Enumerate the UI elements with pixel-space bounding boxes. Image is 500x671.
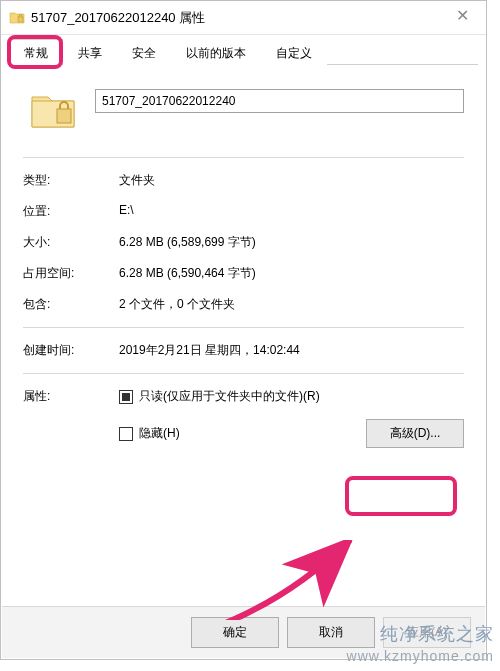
size-on-disk-value: 6.28 MB (6,590,464 字节) xyxy=(119,265,464,282)
type-label: 类型: xyxy=(23,172,119,189)
tab-share[interactable]: 共享 xyxy=(63,39,117,65)
ok-button[interactable]: 确定 xyxy=(191,617,279,648)
folder-name-input[interactable] xyxy=(95,89,464,113)
contains-label: 包含: xyxy=(23,296,119,313)
tab-security[interactable]: 安全 xyxy=(117,39,171,65)
apply-button[interactable]: 应用(A) xyxy=(383,617,471,648)
readonly-checkbox[interactable] xyxy=(119,390,133,404)
folder-large-icon xyxy=(29,87,77,135)
hidden-label: 隐藏(H) xyxy=(139,425,180,442)
window-title: 51707_20170622012240 属性 xyxy=(31,9,442,27)
attributes-label: 属性: xyxy=(23,388,119,405)
type-value: 文件夹 xyxy=(119,172,464,189)
dialog-button-bar: 确定 取消 应用(A) xyxy=(2,606,485,658)
svg-rect-0 xyxy=(18,17,23,22)
annotation-highlight-advanced xyxy=(345,476,457,516)
close-button[interactable]: ✕ xyxy=(442,2,482,30)
advanced-button[interactable]: 高级(D)... xyxy=(366,419,464,448)
hidden-checkbox[interactable] xyxy=(119,427,133,441)
size-on-disk-label: 占用空间: xyxy=(23,265,119,282)
tab-previous-versions[interactable]: 以前的版本 xyxy=(171,39,261,65)
location-label: 位置: xyxy=(23,203,119,220)
svg-rect-1 xyxy=(57,109,71,123)
titlebar: 51707_20170622012240 属性 ✕ xyxy=(1,1,486,35)
properties-dialog: 51707_20170622012240 属性 ✕ 常规 共享 安全 以前的版本… xyxy=(0,0,487,660)
folder-lock-icon xyxy=(9,10,25,26)
created-label: 创建时间: xyxy=(23,342,119,359)
tab-strip: 常规 共享 安全 以前的版本 自定义 xyxy=(1,35,486,65)
location-value: E:\ xyxy=(119,203,464,220)
cancel-button[interactable]: 取消 xyxy=(287,617,375,648)
tab-custom[interactable]: 自定义 xyxy=(261,39,327,65)
tab-content: 类型:文件夹 位置:E:\ 大小:6.28 MB (6,589,699 字节) … xyxy=(1,65,486,472)
size-value: 6.28 MB (6,589,699 字节) xyxy=(119,234,464,251)
size-label: 大小: xyxy=(23,234,119,251)
created-value: 2019年2月21日 星期四，14:02:44 xyxy=(119,342,464,359)
tab-general[interactable]: 常规 xyxy=(9,39,63,66)
readonly-label: 只读(仅应用于文件夹中的文件)(R) xyxy=(139,388,320,405)
contains-value: 2 个文件，0 个文件夹 xyxy=(119,296,464,313)
